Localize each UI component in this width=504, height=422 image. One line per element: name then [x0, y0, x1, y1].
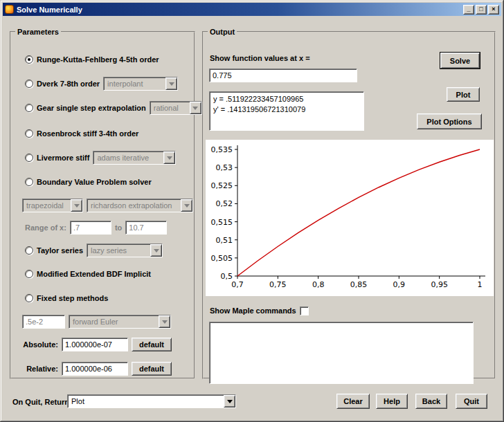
gear-rational-combo: rational: [150, 101, 202, 115]
absolute-tolerance-input[interactable]: [62, 338, 128, 351]
bvp-richardson-combo: richardson extrapolation: [87, 199, 193, 212]
radio-taylor[interactable]: [25, 246, 33, 255]
radio-dverk[interactable]: [25, 80, 33, 88]
radio-fixed[interactable]: [25, 294, 33, 302]
fixed-step-row: forward Euler: [22, 314, 171, 329]
livermore-method-combo: adams iterative: [93, 151, 176, 165]
method-row-taylor: Taylor series lazy series: [25, 243, 163, 258]
on-quit-return-combo[interactable]: Plot: [67, 394, 236, 408]
chevron-down-icon: [154, 249, 159, 253]
function-values-box[interactable]: y = .511922233457109965 y' = .1413195067…: [209, 91, 364, 131]
maple-commands-box[interactable]: [209, 322, 474, 384]
fixed-combo-value: forward Euler: [69, 315, 159, 328]
radio-livermore[interactable]: [25, 154, 33, 162]
output-group: Output Show function values at x = Solve…: [202, 28, 496, 379]
taylor-series-combo: lazy series: [87, 244, 163, 257]
svg-text:0,525: 0,525: [211, 181, 233, 190]
svg-text:0,8: 0,8: [312, 280, 325, 289]
window-controls: _ □ ×: [463, 5, 499, 15]
parameters-group: Parameters Runge-Kutta-Fehlberg 4-5th or…: [10, 28, 195, 379]
on-quit-combo-arrow-button[interactable]: [224, 395, 235, 407]
plot-button[interactable]: Plot: [447, 87, 480, 102]
chevron-down-icon: [162, 320, 168, 324]
fixed-method-combo: forward Euler: [69, 315, 171, 329]
parameters-group-label: Parameters: [15, 28, 61, 36]
radio-rkf[interactable]: [25, 55, 33, 64]
range-row: Range of x: to: [25, 220, 167, 235]
minimize-button[interactable]: _: [463, 5, 474, 15]
bvp-combo2-value: richardson extrapolation: [87, 199, 181, 212]
result-line-yprime: y' = .141319506721310079: [213, 104, 360, 115]
livermore-combo-value: adams iterative: [93, 152, 163, 164]
relative-tolerance-input[interactable]: [62, 362, 128, 376]
back-button[interactable]: Back: [415, 394, 447, 409]
bvp-combo2-arrow-button: [181, 199, 192, 212]
relative-label: Relative:: [22, 365, 58, 373]
radio-rosenbrock[interactable]: [25, 129, 33, 138]
x-value-input[interactable]: [209, 68, 357, 82]
solve-button[interactable]: Solve: [440, 53, 480, 68]
chevron-down-icon: [192, 107, 198, 110]
absolute-label: Absolute:: [22, 340, 58, 349]
svg-text:0,52: 0,52: [216, 199, 233, 208]
close-button[interactable]: ×: [488, 5, 499, 15]
show-commands-checkbox[interactable]: [300, 306, 309, 315]
relative-default-button[interactable]: default: [132, 362, 172, 376]
svg-text:1: 1: [478, 280, 483, 289]
titlebar: Solve Numerically _ □ ×: [3, 3, 501, 16]
bvp-trapezoidal-combo: trapezoidal: [22, 199, 83, 212]
radio-rkf-label: Runge-Kutta-Fehlberg 4-5th order: [37, 55, 159, 64]
method-row-rosenbrock: Rosenbrock stiff 3-4th order: [25, 126, 138, 141]
method-row-livermore: Livermore stiff adams iterative: [25, 150, 176, 165]
taylor-combo-value: lazy series: [87, 244, 150, 257]
radio-gear[interactable]: [25, 104, 33, 112]
method-row-bdf: Modified Extended BDF Implicit: [25, 266, 151, 282]
fixed-step-input: [22, 315, 65, 329]
svg-text:0,51: 0,51: [216, 236, 233, 245]
range-from-input: [70, 221, 111, 235]
chevron-down-icon: [184, 204, 190, 208]
bvp-combo1-value: trapezoidal: [23, 199, 71, 212]
radio-bdf-label: Modified Extended BDF Implicit: [37, 270, 151, 278]
radio-taylor-label: Taylor series: [37, 246, 83, 255]
quit-button[interactable]: Quit: [456, 394, 487, 409]
maximize-button[interactable]: □: [476, 5, 487, 15]
taylor-combo-arrow-button: [150, 244, 162, 257]
svg-text:0,515: 0,515: [211, 218, 233, 227]
radio-fixed-label: Fixed step methods: [37, 294, 108, 302]
radio-dverk-label: Dverk 7-8th order: [37, 80, 100, 88]
svg-text:0,7: 0,7: [231, 280, 244, 289]
radio-bvp[interactable]: [25, 178, 33, 186]
absolute-default-button[interactable]: default: [132, 338, 172, 351]
fixed-combo-arrow-button: [159, 315, 170, 328]
range-to-input: [125, 221, 167, 235]
gear-combo-arrow-button: [190, 102, 201, 114]
chevron-down-icon: [227, 400, 233, 403]
solve-numerically-window: Solve Numerically _ □ × Parameters Runge…: [0, 0, 504, 422]
bvp-combos-row: trapezoidal richardson extrapolation: [22, 198, 193, 213]
help-button[interactable]: Help: [376, 394, 408, 409]
chevron-down-icon: [74, 204, 80, 208]
show-commands-row: Show Maple commands: [210, 303, 309, 318]
method-row-fixed: Fixed step methods: [25, 291, 108, 306]
svg-text:0,75: 0,75: [269, 280, 287, 289]
radio-bvp-label: Boundary Value Problem solver: [37, 178, 152, 186]
chevron-down-icon: [167, 156, 172, 160]
radio-rosenbrock-label: Rosenbrock stiff 3-4th order: [37, 129, 138, 138]
on-quit-combo-value: Plot: [68, 395, 224, 407]
radio-bdf[interactable]: [25, 270, 33, 278]
plot-options-button[interactable]: Plot Options: [417, 113, 482, 129]
livermore-combo-arrow-button: [163, 152, 175, 164]
svg-text:0,5: 0,5: [221, 272, 233, 281]
chevron-down-icon: [169, 82, 174, 86]
svg-text:0,85: 0,85: [350, 280, 368, 289]
radio-gear-label: Gear single step extrapolation: [37, 104, 146, 112]
bvp-combo1-arrow-button: [71, 199, 82, 212]
method-row-rkf: Runge-Kutta-Fehlberg 4-5th order: [25, 52, 159, 67]
clear-button[interactable]: Clear: [336, 394, 370, 409]
range-label: Range of x:: [25, 223, 66, 232]
svg-text:0,9: 0,9: [393, 280, 406, 289]
solution-plot-svg: 0,70,750,80,850,90,9510,50,5050,510,5150…: [206, 140, 492, 295]
svg-text:0,535: 0,535: [211, 145, 233, 154]
solution-plot: 0,70,750,80,850,90,9510,50,5050,510,5150…: [206, 140, 494, 296]
